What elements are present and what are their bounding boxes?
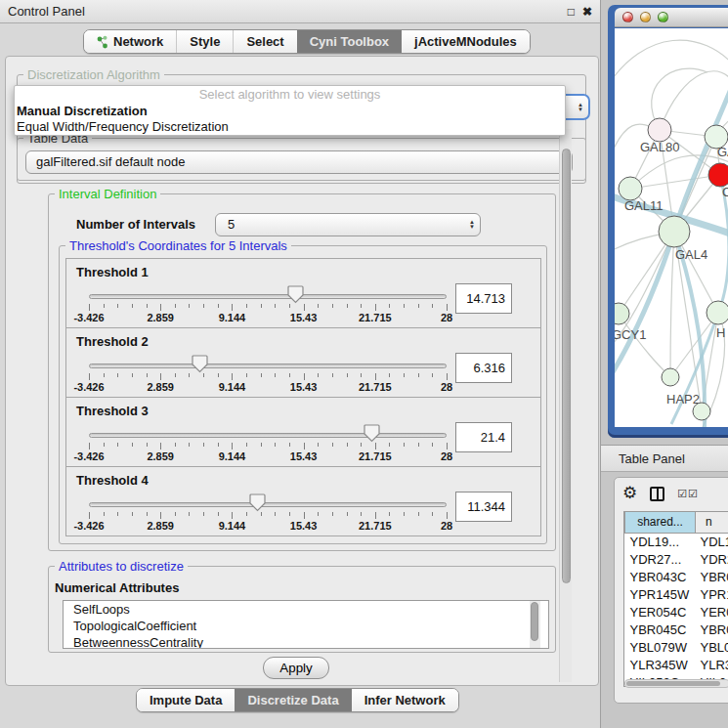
attribute-list-item[interactable]: BetweennessCentrality (64, 634, 548, 649)
slider-thumb[interactable] (364, 424, 380, 443)
tick-mark (389, 512, 390, 516)
tick-label: 9.144 (219, 312, 246, 323)
close-icon[interactable]: ✖ (582, 5, 592, 19)
network-node-c[interactable] (708, 163, 728, 187)
network-edge[interactable] (670, 232, 674, 377)
attribute-list-item[interactable]: TopologicalCoefficient (64, 618, 548, 634)
table-row[interactable]: YBR043CYBR0 (625, 568, 728, 585)
network-node-label: GCY1 (615, 327, 646, 342)
tick-mark (404, 443, 405, 447)
table-panel-title: Table Panel (619, 451, 685, 466)
tab-cyni-toolbox[interactable]: Cyni Toolbox (297, 30, 402, 53)
tab-label: Cyni Toolbox (310, 34, 389, 49)
table-row[interactable]: YER054CYER0 (625, 603, 728, 621)
table-horizontal-scrollbar[interactable] (624, 679, 728, 688)
attributes-scrollbar[interactable] (530, 601, 540, 648)
number-of-intervals-label: Number of Intervals (76, 217, 195, 232)
close-traffic-light-icon[interactable] (622, 12, 633, 22)
settings-scrollbar-thumb[interactable] (562, 149, 571, 583)
tab-jactivemnodules[interactable]: jActiveMNodules (402, 30, 530, 53)
network-edge[interactable] (615, 40, 728, 87)
network-node[interactable] (693, 403, 710, 420)
tick-mark (189, 443, 190, 447)
tick-mark (361, 512, 362, 516)
tick-mark (289, 373, 290, 377)
tab-discretize-data[interactable]: Discretize Data (235, 689, 351, 711)
attributes-scrollbar-thumb[interactable] (531, 602, 538, 641)
slider-track[interactable] (89, 502, 447, 507)
tick-mark (117, 443, 118, 447)
slider-thumb[interactable] (192, 355, 208, 373)
column-header-name[interactable]: n (696, 512, 728, 533)
tick-mark (304, 443, 305, 450)
table-cell: YLR3 (696, 656, 728, 673)
tick-mark (418, 304, 419, 308)
tick-mark (232, 443, 233, 450)
network-canvas[interactable]: GAL80GACGAL11GAL4GCY1HHAP2 (615, 28, 728, 427)
table-panel: ⚙ ☑☑ shared... n YDL19...YDL1YDR27...YDR… (614, 477, 728, 704)
checkbox-icons[interactable]: ☑☑ (677, 488, 699, 500)
tick-mark (332, 443, 333, 447)
zoom-traffic-light-icon[interactable] (658, 12, 668, 22)
threshold-value-field[interactable]: 21.4 (455, 422, 512, 452)
table-data-group: Table Data galFiltered.sif default node … (17, 138, 586, 181)
slider-thumb[interactable] (287, 285, 304, 304)
table-row[interactable]: YBL079WYBL0 (625, 638, 728, 656)
tick-mark (246, 443, 247, 447)
tick-label: -3.426 (73, 381, 104, 393)
tab-network[interactable]: Network (84, 30, 176, 53)
slider-thumb[interactable] (249, 493, 266, 512)
slider-track[interactable] (89, 364, 447, 368)
network-node-hap2[interactable] (662, 368, 679, 386)
table-hscrollbar-thumb[interactable] (626, 681, 720, 686)
popup-option-equal-width-frequency[interactable]: Equal Width/Frequency Discretization (17, 119, 229, 134)
slider-ruler (89, 443, 447, 450)
threshold-value-field[interactable]: 6.316 (455, 353, 512, 383)
tab-style[interactable]: Style (176, 30, 233, 53)
network-node-gal80[interactable] (648, 118, 671, 142)
table-cell: YDL1 (696, 533, 728, 550)
tab-label: Select (246, 34, 283, 49)
number-of-intervals-combobox[interactable]: 5 ▲▼ (215, 213, 481, 236)
threshold-value-field[interactable]: 11.344 (455, 492, 512, 522)
popup-option-manual-discretization[interactable]: Manual Discretization (17, 104, 148, 118)
slider-track[interactable] (89, 294, 447, 299)
table-row[interactable]: YPR145WYPR1 (625, 585, 728, 603)
tick-mark (218, 443, 219, 447)
table-row[interactable]: YDR27...YDR2 (625, 550, 728, 568)
network-node-gcy1[interactable] (615, 303, 629, 324)
network-node-label: GAL4 (675, 247, 707, 262)
tab-select[interactable]: Select (233, 30, 296, 53)
apply-button[interactable]: Apply (263, 657, 329, 679)
tick-mark (203, 304, 204, 308)
settings-scrollbar[interactable] (559, 129, 572, 682)
gear-icon[interactable]: ⚙ (622, 484, 637, 503)
network-node-gal11[interactable] (619, 177, 642, 200)
tick-mark (447, 443, 448, 450)
network-window-titlebar (615, 8, 728, 27)
tick-mark (375, 443, 376, 450)
tab-impute-data[interactable]: Impute Data (137, 689, 235, 711)
tick-mark (89, 443, 90, 450)
table-data-combobox[interactable]: galFiltered.sif default node ▲▼ (25, 150, 573, 174)
network-node-h[interactable] (707, 301, 728, 324)
float-icon[interactable]: □ (568, 5, 575, 19)
column-header-shared-name[interactable]: shared... (625, 512, 696, 533)
tick-mark (132, 304, 133, 308)
tab-infer-network[interactable]: Infer Network (352, 689, 458, 711)
table-cell: YBR0 (696, 568, 728, 585)
tick-mark (347, 512, 348, 516)
table-row[interactable]: YDL19...YDL1 (625, 533, 728, 550)
threshold-value-field[interactable]: 14.713 (455, 283, 512, 314)
table-row[interactable]: YBR045CYBR0 (625, 621, 728, 638)
tab-label: Discretize Data (247, 693, 338, 707)
tick-mark (432, 304, 433, 308)
slider-ruler (89, 512, 447, 520)
table-row[interactable]: YLR345WYLR3 (625, 656, 728, 673)
network-node-gal4[interactable] (659, 216, 690, 247)
split-columns-icon[interactable] (650, 487, 664, 501)
tick-mark (203, 443, 204, 447)
minimize-traffic-light-icon[interactable] (640, 12, 651, 22)
attribute-list-item[interactable]: SelfLoops (64, 601, 548, 618)
slider-track[interactable] (89, 433, 447, 438)
